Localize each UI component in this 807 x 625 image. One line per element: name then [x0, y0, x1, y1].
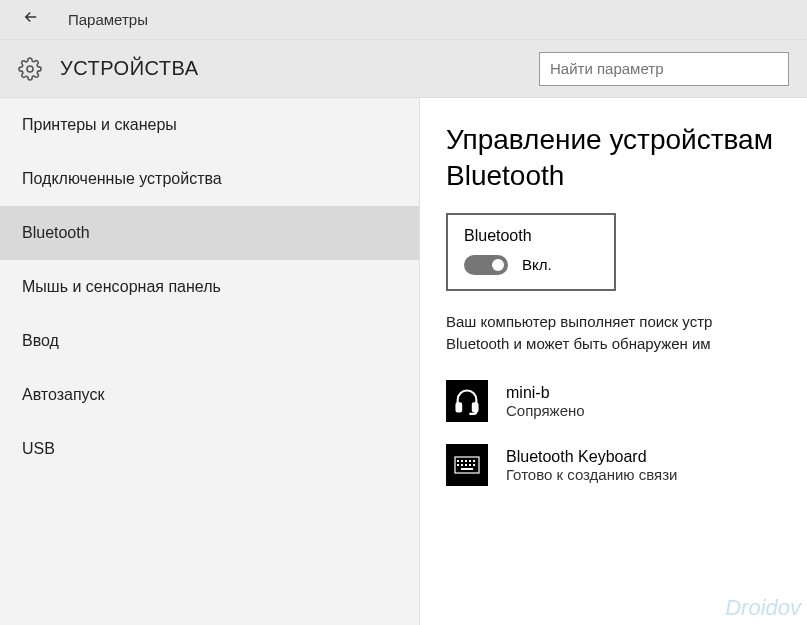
gear-icon [18, 57, 42, 81]
device-name: mini-b [506, 384, 585, 402]
headset-icon [446, 380, 488, 422]
keyboard-icon [446, 444, 488, 486]
device-name: Bluetooth Keyboard [506, 448, 677, 466]
window-title: Параметры [68, 11, 148, 28]
search-input[interactable] [539, 52, 789, 86]
toggle-label: Bluetooth [464, 227, 598, 245]
back-button[interactable] [12, 0, 50, 39]
status-line2: Bluetooth и может быть обнаружен им [446, 335, 711, 352]
sidebar-item-typing[interactable]: Ввод [0, 314, 419, 368]
device-item[interactable]: mini-b Сопряжено [446, 380, 807, 422]
sidebar-item-autoplay[interactable]: Автозапуск [0, 368, 419, 422]
sidebar: Принтеры и сканеры Подключенные устройст… [0, 98, 420, 625]
toggle-state-label: Вкл. [522, 256, 552, 273]
header-row: УСТРОЙСТВА [0, 40, 807, 98]
svg-rect-11 [461, 464, 463, 466]
bluetooth-toggle-section: Bluetooth Вкл. [446, 213, 616, 291]
svg-rect-10 [457, 464, 459, 466]
svg-rect-13 [469, 464, 471, 466]
svg-point-0 [27, 66, 33, 72]
svg-rect-6 [461, 460, 463, 462]
device-status: Готово к созданию связи [506, 466, 677, 483]
svg-rect-5 [457, 460, 459, 462]
sidebar-item-printers[interactable]: Принтеры и сканеры [0, 98, 419, 152]
svg-rect-9 [473, 460, 475, 462]
sidebar-item-bluetooth[interactable]: Bluetooth [0, 206, 419, 260]
bluetooth-toggle[interactable] [464, 255, 508, 275]
content-panel: Управление устройствам Bluetooth Bluetoo… [420, 98, 807, 625]
sidebar-item-mouse-touchpad[interactable]: Мышь и сенсорная панель [0, 260, 419, 314]
page-heading: Управление устройствам Bluetooth [446, 122, 807, 195]
svg-rect-7 [465, 460, 467, 462]
discovery-status: Ваш компьютер выполняет поиск устр Bluet… [446, 311, 807, 355]
toggle-knob [492, 259, 504, 271]
svg-rect-12 [465, 464, 467, 466]
device-status: Сопряжено [506, 402, 585, 419]
status-line1: Ваш компьютер выполняет поиск устр [446, 313, 712, 330]
svg-rect-1 [457, 404, 462, 412]
category-title: УСТРОЙСТВА [60, 57, 199, 80]
heading-line1: Управление устройствам [446, 124, 773, 155]
sidebar-item-connected-devices[interactable]: Подключенные устройства [0, 152, 419, 206]
svg-rect-2 [473, 404, 478, 412]
title-bar: Параметры [0, 0, 807, 40]
svg-rect-15 [461, 468, 473, 470]
heading-line2: Bluetooth [446, 160, 564, 191]
svg-rect-14 [473, 464, 475, 466]
device-item[interactable]: Bluetooth Keyboard Готово к созданию свя… [446, 444, 807, 486]
svg-rect-8 [469, 460, 471, 462]
sidebar-item-usb[interactable]: USB [0, 422, 419, 476]
